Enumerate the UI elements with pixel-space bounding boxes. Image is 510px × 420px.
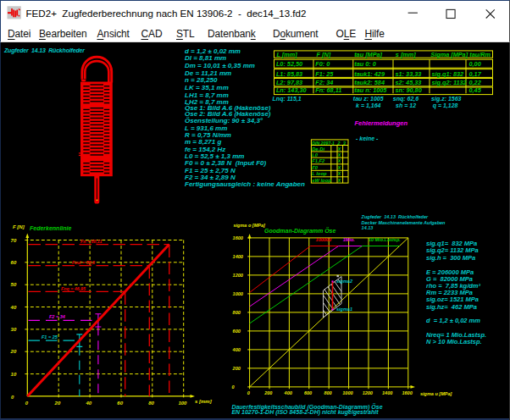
svg-text:X: X bbox=[337, 171, 342, 176]
svg-text:F [N]: F [N] bbox=[317, 51, 331, 58]
svg-text:2: 2 bbox=[336, 141, 341, 146]
svg-text:3: 3 bbox=[343, 141, 346, 146]
svg-text:L loop: L loop bbox=[312, 171, 327, 176]
svg-text:100: 100 bbox=[178, 401, 187, 406]
svg-text:q = 1,128: q = 1,128 bbox=[433, 102, 458, 109]
svg-text:0: 0 bbox=[231, 384, 234, 390]
svg-text:Fn = 68,11: Fn = 68,11 bbox=[80, 239, 102, 244]
svg-text:X: X bbox=[337, 152, 342, 158]
svg-text:tauk1: 429: tauk1: 429 bbox=[354, 70, 385, 78]
svg-text:tau n: 1005: tau n: 1005 bbox=[354, 86, 387, 94]
svg-text:1200: 1200 bbox=[363, 390, 373, 395]
svg-text:F1: 25: F1: 25 bbox=[315, 70, 334, 78]
svg-text:tau z: 1005: tau z: 1005 bbox=[353, 96, 384, 102]
svg-text:F2 = 34: F2 = 34 bbox=[49, 314, 65, 319]
svg-text:Goodman-Diagramm Öse: Goodman-Diagramm Öse bbox=[264, 227, 336, 235]
svg-text:1400: 1400 bbox=[382, 390, 392, 395]
svg-text:L0: 52,50: L0: 52,50 bbox=[276, 60, 302, 68]
svg-text:s [mm]: s [mm] bbox=[195, 399, 213, 404]
svg-text:Fzul = 58,6: Fzul = 58,6 bbox=[72, 260, 95, 265]
svg-text:400: 400 bbox=[284, 390, 292, 395]
svg-text:sh = 12: sh = 12 bbox=[396, 102, 416, 108]
svg-text:sigma1: sigma1 bbox=[336, 307, 352, 312]
svg-text:tau 0: 0: tau 0: 0 bbox=[354, 60, 376, 68]
svg-text:30: 30 bbox=[11, 327, 17, 332]
svg-text:1400: 1400 bbox=[233, 254, 243, 259]
svg-text:X: X bbox=[337, 146, 342, 152]
svg-text:1000: 1000 bbox=[342, 390, 352, 395]
svg-text:F1 = 25: F1 = 25 bbox=[42, 334, 58, 340]
svg-text:800: 800 bbox=[233, 310, 241, 315]
svg-text:L [mm]: L [mm] bbox=[277, 51, 298, 58]
svg-text:sn: 90,80: sn: 90,80 bbox=[396, 86, 422, 94]
svg-text:tau [MPa]: tau [MPa] bbox=[354, 51, 382, 58]
svg-text:s [mm]: s [mm] bbox=[396, 51, 416, 58]
svg-text:0: 0 bbox=[11, 395, 14, 400]
svg-text:sW loop: sW loop bbox=[312, 178, 331, 183]
svg-text:20: 20 bbox=[54, 401, 61, 406]
svg-text:200: 200 bbox=[263, 390, 272, 395]
svg-text:Lnq: 115,1: Lnq: 115,1 bbox=[273, 96, 302, 102]
svg-text:600: 600 bbox=[233, 329, 241, 334]
svg-text:0,22: 0,22 bbox=[469, 79, 481, 86]
svg-text:sigma2: sigma2 bbox=[336, 279, 352, 284]
svg-text:70: 70 bbox=[11, 238, 17, 243]
svg-text:F2: 34: F2: 34 bbox=[315, 79, 333, 86]
svg-text:1600: 1600 bbox=[402, 390, 412, 395]
svg-text:60: 60 bbox=[117, 401, 123, 406]
svg-text:Decker Maschinenelemente Aufga: Decker Maschinenelemente Aufgaben bbox=[362, 220, 446, 225]
svg-text:0: 0 bbox=[247, 390, 250, 395]
svg-text:snq: 62,6: snq: 62,6 bbox=[393, 96, 419, 102]
svg-text:sig.z: 1563: sig.z: 1563 bbox=[431, 96, 462, 102]
svg-text:Ln: 143,30: Ln: 143,30 bbox=[276, 86, 307, 94]
svg-text:10 Mio.Lastsp.: 10 Mio.Lastsp. bbox=[369, 237, 401, 242]
svg-text:0: 0 bbox=[25, 401, 29, 406]
svg-text:20: 20 bbox=[10, 349, 17, 354]
svg-text:Fn: 68,11: Fn: 68,11 bbox=[315, 86, 341, 94]
svg-text:14.13: 14.13 bbox=[362, 225, 374, 230]
svg-text:X: X bbox=[337, 178, 342, 183]
svg-text:s1: 33,33: s1: 33,33 bbox=[396, 70, 422, 78]
svg-text:1000: 1000 bbox=[233, 291, 243, 296]
svg-text:50: 50 bbox=[11, 282, 17, 287]
svg-text:Fnq = 46,95: Fnq = 46,95 bbox=[61, 286, 86, 291]
svg-text:sigma o [MPa]: sigma o [MPa] bbox=[234, 223, 265, 228]
svg-text:tau/Rm: tau/Rm bbox=[469, 51, 491, 58]
svg-text:sig.q2: 1132: sig.q2: 1132 bbox=[431, 79, 466, 86]
svg-text:0,17: 0,17 bbox=[469, 70, 482, 78]
svg-text:DIN 2097-1: DIN 2097-1 bbox=[312, 141, 335, 146]
svg-text:10: 10 bbox=[11, 372, 17, 377]
svg-text:100000: 100000 bbox=[316, 237, 331, 242]
svg-text:60: 60 bbox=[11, 260, 17, 265]
svg-text:sig.q1: 832: sig.q1: 832 bbox=[431, 70, 463, 78]
svg-text:F0: 0: F0: 0 bbox=[315, 60, 330, 68]
svg-text:L2: 97,83: L2: 97,83 bbox=[276, 79, 302, 86]
svg-text:40: 40 bbox=[85, 401, 91, 406]
svg-text:40: 40 bbox=[10, 305, 17, 310]
svg-text:Sigma [MPa]: Sigma [MPa] bbox=[430, 51, 468, 58]
svg-text:F [N]: F [N] bbox=[13, 224, 25, 229]
svg-text:s2: 45,33: s2: 45,33 bbox=[396, 79, 422, 86]
svg-text:1Mio.: 1Mio. bbox=[343, 237, 356, 242]
svg-text:F0: F0 bbox=[312, 165, 319, 170]
svg-text:X: X bbox=[337, 158, 342, 163]
svg-text:80: 80 bbox=[148, 401, 154, 406]
svg-text:F1,F2: F1,F2 bbox=[312, 158, 325, 163]
svg-text:0,00: 0,00 bbox=[469, 60, 481, 68]
svg-text:600: 600 bbox=[304, 390, 312, 395]
svg-text:1200: 1200 bbox=[233, 273, 243, 278]
svg-text:sigma u [MPa]: sigma u [MPa] bbox=[420, 391, 452, 396]
svg-text:400: 400 bbox=[232, 347, 241, 352]
svg-text:k = 1,164: k = 1,164 bbox=[356, 102, 380, 109]
svg-text:De,Di: De,Di bbox=[312, 146, 324, 152]
svg-text:L0: L0 bbox=[312, 152, 319, 158]
svg-text:Federkennlinie: Federkennlinie bbox=[30, 225, 72, 231]
svg-text:200: 200 bbox=[232, 366, 241, 371]
svg-text:0,45: 0,45 bbox=[469, 86, 482, 94]
svg-text:Zugfeder 14.13 Rückholfeder: Zugfeder 14.13 Rückholfeder bbox=[361, 214, 429, 219]
svg-text:800: 800 bbox=[324, 390, 331, 395]
svg-text:X: X bbox=[337, 165, 342, 170]
svg-text:L1: 85,83: L1: 85,83 bbox=[276, 70, 302, 78]
svg-text:tauk2: 584: tauk2: 584 bbox=[354, 79, 385, 86]
svg-text:1600: 1600 bbox=[233, 235, 243, 240]
